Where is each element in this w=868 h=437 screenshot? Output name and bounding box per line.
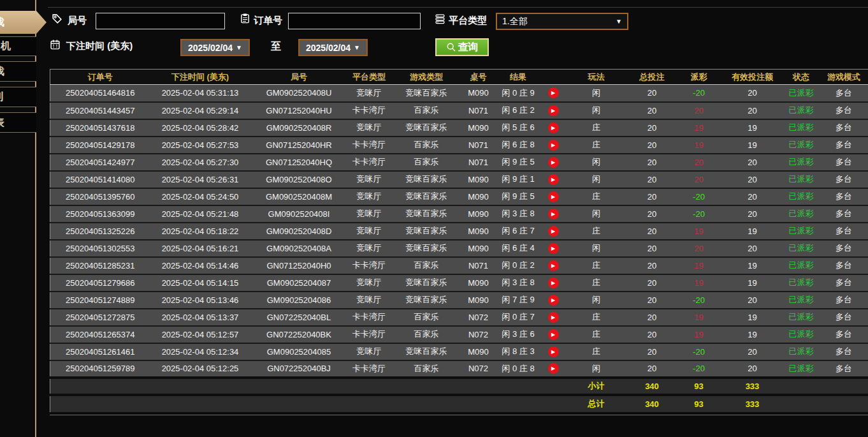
payout-cell: 19: [676, 326, 722, 343]
table-no-cell: N071: [463, 102, 495, 119]
play-cell: ▶: [542, 257, 565, 274]
game-type-cell: 竞咪百家乐: [391, 171, 463, 188]
game-type-cell: 竞咪百家乐: [391, 188, 463, 205]
play-video-button[interactable]: ▶: [548, 278, 559, 288]
table-no-cell: N071: [463, 257, 495, 274]
bet-records-table: 订单号下注时间 (美东)局号平台类型游戏类型桌号结果玩法总投注派彩有效投注额状态…: [50, 69, 868, 412]
total-bet-cell: 20: [628, 171, 676, 188]
payout-cell: 19: [676, 274, 722, 292]
platform-cell: 卡卡湾厅: [348, 360, 391, 378]
play-video-button[interactable]: ▶: [548, 209, 559, 219]
column-header: 游戏类型: [391, 70, 463, 85]
valid-bet-cell: 20: [722, 240, 783, 257]
play-cell: ▶: [542, 223, 565, 240]
play-type-cell: 闲: [565, 292, 628, 309]
order-id-cell: 250204051325226: [50, 223, 150, 240]
search-icon: [446, 42, 456, 52]
play-video-button[interactable]: ▶: [548, 363, 559, 374]
sidebar-item-label: 刂: [0, 91, 4, 104]
result-cell: 闲 3 庄 8: [495, 274, 542, 292]
play-video-button[interactable]: ▶: [548, 174, 559, 185]
query-button[interactable]: 查询: [435, 38, 489, 56]
payout-cell: 19: [676, 119, 722, 137]
play-video-button[interactable]: ▶: [548, 226, 559, 237]
query-button-label: 查询: [458, 41, 479, 54]
status-cell: 已派彩: [783, 343, 820, 360]
payout-cell: -20: [676, 292, 722, 309]
total-bet-cell: 20: [628, 188, 676, 205]
column-header: 玩法: [565, 70, 628, 85]
platform-type-icon: [435, 13, 445, 24]
date-to-picker[interactable]: 2025/02/04 ▼: [298, 39, 368, 56]
sidebar-item-1[interactable]: 戏: [0, 11, 47, 34]
date-from-picker[interactable]: 2025/02/04 ▼: [180, 39, 250, 56]
play-type-cell: 庄: [565, 274, 628, 292]
empty-cell: [348, 395, 391, 412]
platform-type-value: 1.全部: [502, 16, 528, 27]
play-video-button[interactable]: ▶: [548, 260, 559, 271]
bet-time-cell: 2025-02-04 05:18:22: [150, 223, 250, 240]
play-video-button[interactable]: ▶: [548, 329, 559, 340]
play-type-cell: 闲: [565, 205, 628, 223]
status-cell: 已派彩: [783, 240, 820, 257]
play-video-button[interactable]: ▶: [548, 346, 559, 357]
round-id-cell: GN071252040H0: [250, 257, 348, 274]
play-cell: ▶: [542, 274, 565, 292]
play-video-button[interactable]: ▶: [548, 122, 559, 133]
play-type-cell: 庄: [565, 137, 628, 154]
column-header: 有效投注额: [722, 70, 783, 85]
game-type-cell: 竞咪百家乐: [391, 240, 463, 257]
order-id-cell: 250204051274889: [50, 292, 150, 309]
total-bet-cell: 20: [628, 119, 676, 137]
game-mode-cell: 多台: [820, 205, 868, 223]
table-no-cell: M090: [463, 223, 495, 240]
table-row: 2502040514291782025-02-04 05:27:53GN0712…: [50, 137, 868, 154]
play-video-button[interactable]: ▶: [548, 140, 559, 151]
valid-bet-cell: 20: [722, 360, 783, 378]
platform-cell: 卡卡湾厅: [348, 257, 391, 274]
status-cell: 已派彩: [783, 292, 820, 309]
result-cell: 闲 6 庄 2: [495, 102, 542, 119]
round-number-input[interactable]: [96, 13, 225, 29]
platform-cell: 卡卡湾厅: [348, 326, 391, 343]
play-cell: ▶: [542, 102, 565, 119]
round-id-cell: GM0902520408O: [250, 171, 348, 188]
table-row: 2502040514376182025-02-04 05:28:42GM0902…: [50, 119, 868, 137]
order-id-cell: 250204051265374: [50, 326, 150, 343]
table-no-cell: M090: [463, 274, 495, 292]
play-video-button[interactable]: ▶: [548, 157, 559, 168]
sidebar-item-2[interactable]: 机: [0, 36, 36, 56]
play-type-cell: 庄: [565, 257, 628, 274]
play-video-button[interactable]: ▶: [548, 295, 559, 306]
table-row: 2502040512597892025-02-04 05:12:25GN0722…: [50, 360, 868, 378]
platform-cell: 竞咪厅: [348, 85, 391, 102]
order-id-cell: 250204051363099: [50, 205, 150, 223]
play-video-button[interactable]: ▶: [548, 191, 559, 202]
round-id-cell: GM0902520408M: [250, 188, 348, 205]
platform-type-select[interactable]: 1.全部 ▼: [496, 13, 628, 30]
sidebar-item-4[interactable]: 刂: [0, 87, 36, 107]
play-video-button[interactable]: ▶: [548, 243, 559, 254]
game-mode-cell: 多台: [820, 85, 868, 102]
status-cell: 已派彩: [783, 188, 820, 205]
bet-time-cell: 2025-02-04 05:13:46: [150, 292, 250, 309]
payout-cell: -20: [676, 205, 722, 223]
payout-cell: -20: [676, 85, 722, 102]
total-bet-cell: 20: [628, 102, 676, 119]
valid-bet-cell: 20: [722, 343, 783, 360]
game-mode-cell: 多台: [820, 119, 868, 137]
play-video-button[interactable]: ▶: [548, 312, 559, 323]
result-cell: 闲 7 庄 9: [495, 292, 542, 309]
play-video-button[interactable]: ▶: [548, 105, 559, 116]
play-video-button[interactable]: ▶: [548, 87, 559, 98]
empty-cell: [820, 378, 868, 395]
game-type-cell: 百家乐: [391, 360, 463, 378]
order-number-input[interactable]: [288, 13, 421, 29]
sidebar-item-5[interactable]: 表: [0, 112, 36, 133]
table-no-cell: N072: [463, 360, 495, 378]
sidebar-item-3[interactable]: 戏: [0, 61, 36, 82]
game-type-cell: 竞咪百家乐: [391, 205, 463, 223]
platform-cell: 竞咪厅: [348, 292, 391, 309]
order-id-cell: 250204051437618: [50, 119, 150, 137]
table-no-cell: M090: [463, 205, 495, 223]
